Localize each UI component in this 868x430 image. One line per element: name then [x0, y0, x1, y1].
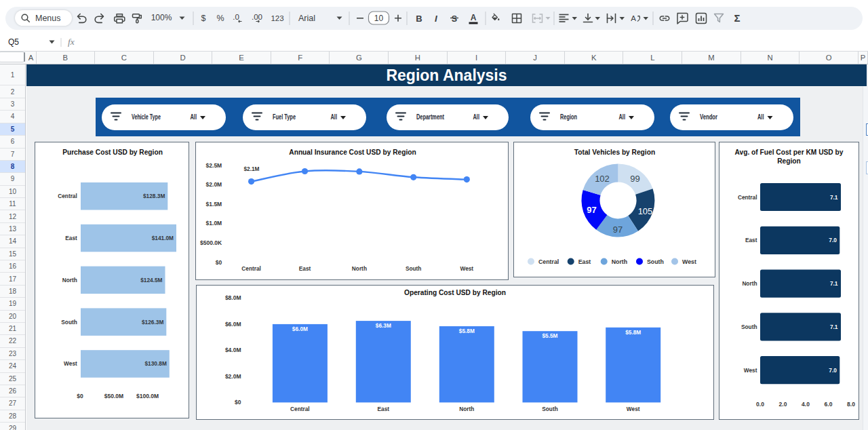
svg-text:7.1: 7.1: [830, 194, 838, 201]
svg-text:South: South: [741, 324, 757, 330]
svg-text:Purchase Cost USD by Region: Purchase Cost USD by Region: [62, 149, 163, 156]
svg-text:Central: Central: [241, 265, 261, 272]
svg-text:$6.0M: $6.0M: [292, 326, 308, 332]
svg-text:West: West: [627, 406, 640, 412]
svg-text:Annual Insurance Cost USD by R: Annual Insurance Cost USD by Region: [289, 149, 416, 156]
svg-text:6.0: 6.0: [825, 401, 833, 408]
svg-text:$6.0M: $6.0M: [225, 321, 241, 328]
svg-text:North: North: [742, 280, 757, 287]
svg-text:East: East: [378, 406, 390, 412]
svg-text:2.0: 2.0: [779, 401, 787, 408]
svg-text:West: West: [460, 265, 473, 272]
svg-text:4.0: 4.0: [802, 401, 810, 408]
svg-text:97: 97: [613, 224, 623, 235]
svg-text:105: 105: [638, 206, 653, 216]
svg-text:North: North: [459, 406, 474, 412]
svg-text:$5.8M: $5.8M: [459, 328, 475, 334]
svg-text:$0: $0: [235, 399, 241, 406]
svg-text:East: East: [299, 265, 311, 272]
svg-text:South: South: [61, 319, 77, 326]
svg-text:Central: Central: [538, 258, 559, 265]
svg-text:99: 99: [630, 174, 639, 184]
svg-text:$5.5M: $5.5M: [542, 332, 557, 339]
svg-text:$6.3M: $6.3M: [376, 322, 391, 329]
svg-text:North: North: [352, 265, 367, 272]
svg-text:North: North: [62, 277, 77, 284]
svg-text:$126.3M: $126.3M: [142, 319, 163, 326]
svg-text:West: West: [744, 367, 757, 374]
svg-text:7.0: 7.0: [829, 237, 837, 243]
svg-text:$1.0M: $1.0M: [206, 220, 222, 227]
svg-text:102: 102: [595, 174, 610, 184]
svg-text:$2.5M: $2.5M: [206, 162, 222, 169]
svg-text:Central: Central: [290, 406, 310, 412]
svg-text:$5.8M: $5.8M: [625, 329, 641, 336]
svg-text:$0: $0: [216, 259, 222, 266]
svg-text:7.0: 7.0: [829, 367, 837, 374]
svg-text:East: East: [578, 258, 591, 265]
svg-text:South: South: [647, 258, 664, 265]
svg-text:8.0: 8.0: [847, 401, 855, 408]
svg-text:East: East: [745, 237, 757, 243]
svg-text:$8.0M: $8.0M: [225, 294, 241, 301]
svg-text:$500.0K: $500.0K: [200, 239, 222, 246]
svg-text:South: South: [406, 265, 422, 272]
svg-text:97: 97: [587, 205, 596, 215]
svg-text:$141.0M: $141.0M: [152, 235, 174, 241]
svg-text:Avg. of Fuel Cost per KM USD b: Avg. of Fuel Cost per KM USD by: [735, 149, 844, 156]
svg-text:Region: Region: [777, 157, 801, 165]
svg-text:$0: $0: [77, 393, 83, 399]
svg-text:$100.0M: $100.0M: [136, 393, 159, 399]
svg-text:Central: Central: [58, 193, 77, 199]
svg-text:Operating Cost USD by Region: Operating Cost USD by Region: [404, 289, 506, 296]
svg-text:$2.1M: $2.1M: [243, 165, 259, 172]
svg-text:$1.5M: $1.5M: [206, 201, 222, 208]
svg-text:$50.0M: $50.0M: [104, 393, 123, 399]
svg-text:Central: Central: [738, 194, 757, 201]
svg-text:0.0: 0.0: [756, 401, 764, 408]
svg-text:North: North: [612, 258, 627, 265]
svg-text:$2.0M: $2.0M: [206, 181, 222, 188]
svg-text:Total Vehicles by Region: Total Vehicles by Region: [574, 149, 655, 156]
svg-text:South: South: [542, 406, 558, 412]
svg-text:$130.8M: $130.8M: [145, 360, 167, 367]
svg-text:East: East: [65, 235, 77, 241]
svg-text:$128.3M: $128.3M: [143, 193, 165, 199]
svg-text:West: West: [682, 258, 696, 265]
svg-text:$4.0M: $4.0M: [225, 347, 241, 353]
svg-text:$2.0M: $2.0M: [225, 373, 241, 380]
svg-text:7.1: 7.1: [830, 280, 838, 287]
svg-text:$124.5M: $124.5M: [140, 277, 162, 284]
svg-text:7.1: 7.1: [830, 324, 838, 330]
svg-text:West: West: [64, 360, 77, 367]
